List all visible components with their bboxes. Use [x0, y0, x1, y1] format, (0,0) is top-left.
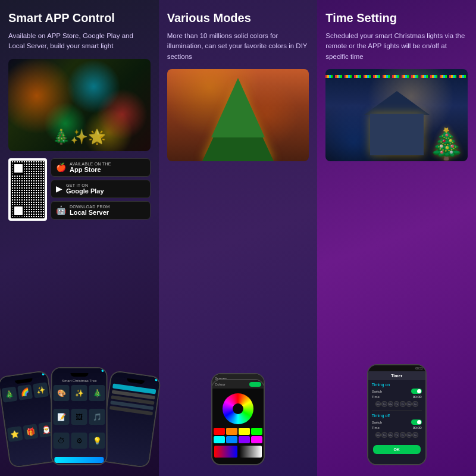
phone-main-grid: 🎨 ✨ 🎄 📝 🖼 🎵 ⏱ ⚙ 💡 [52, 384, 107, 456]
switch-toggle[interactable] [411, 389, 422, 394]
cell-2: 🌈 [17, 384, 33, 400]
house-body [370, 114, 424, 155]
phone-back-right [98, 370, 161, 468]
col3-image: 🎄 [325, 69, 468, 161]
days-row-off: Mo Tu We Th Fr Sa Su [372, 431, 422, 439]
col2-desc: More than 10 millions solid colors for i… [167, 31, 309, 62]
color-title: Colour [215, 383, 226, 386]
swatch-orange[interactable] [226, 428, 237, 435]
time-row: Time 00:00 [372, 395, 422, 399]
grid-cell-tree: 🎄 [89, 385, 105, 401]
day-sa[interactable]: Sa [406, 401, 412, 407]
day-th[interactable]: Th [394, 401, 399, 407]
cell-4: ⭐ [7, 426, 23, 442]
grid-cell-settings: ⚙ [71, 433, 87, 449]
android-icon: 🤖 [56, 205, 66, 215]
time-label: Time [372, 395, 380, 399]
timer-screen: 08:52 Timer Timing on Switch Time 00:00 [368, 365, 425, 464]
col2-phones: Scenes 🎄 🎁 🏡 🌴 🎅 🌟 🎆 🎊 🌙 [167, 364, 309, 465]
main-container: Smart APP Control Available on APP Store… [0, 0, 476, 476]
phone-grid: 🎄 🌈 ✨ ⭐ 🎁 🎅 [0, 381, 59, 467]
day-su-off[interactable]: Su [412, 432, 418, 438]
apple-icon: 🍎 [56, 162, 66, 172]
phone-color: Colour [211, 379, 265, 465]
tree-photo [167, 69, 309, 161]
tree-shape-top [211, 78, 265, 137]
color-swatches [212, 427, 264, 444]
store-badges-section: 🍎 Available on the App Store ▶ GET IT ON… [8, 158, 151, 221]
col2-title: Various Modes [167, 11, 309, 25]
cell-3: ✨ [33, 382, 49, 398]
day-we-off[interactable]: We [388, 432, 393, 438]
ok-button[interactable]: OK [373, 445, 421, 454]
swatch-magenta[interactable] [251, 436, 262, 443]
col2-image [167, 69, 309, 161]
gradient-bar-1 [214, 446, 237, 458]
side-tree: 🎄 [428, 127, 465, 161]
google-play-badge[interactable]: ▶ GET IT ON Google Play [51, 180, 151, 198]
timer-heading: Timer [368, 371, 425, 380]
timing-off-title: Timing off [372, 414, 422, 418]
app-store-badge[interactable]: 🍎 Available on the App Store [51, 158, 151, 177]
col3-phones: 08:52 Timer Timing on Switch Time 00:00 [325, 364, 468, 465]
clock-display: 08:52 [415, 367, 423, 370]
day-tu[interactable]: Tu [381, 401, 387, 407]
day-fr[interactable]: Fr [400, 401, 405, 407]
col3-desc: Scheduled your smart Christmas lights vi… [325, 31, 468, 62]
grid-cell-rhythm: 🎵 [89, 409, 105, 425]
col1-phones: 🎄 🌈 ✨ ⭐ 🎁 🎅 [8, 364, 151, 465]
timer-phone: 08:52 Timer Timing on Switch Time 00:00 [367, 364, 427, 465]
swatch-yellow[interactable] [239, 428, 250, 435]
status-indicator-2 [155, 378, 158, 381]
col1-image [8, 59, 151, 151]
timing-off-section: Timing off Switch Time 00:00 Mo Tu W [368, 411, 425, 441]
days-row-on: Mo Tu We Th Fr Sa Su [372, 400, 422, 408]
roof-lights [325, 75, 468, 78]
day-fr-off[interactable]: Fr [400, 432, 405, 438]
status-indicator [42, 373, 45, 376]
lights-photo [8, 59, 151, 151]
badges-list: 🍎 Available on the App Store ▶ GET IT ON… [51, 158, 151, 220]
time-label-off: Time [372, 426, 380, 430]
swatch-purple[interactable] [239, 436, 250, 443]
grid-cell-gallery: 🖼 [71, 409, 87, 425]
day-mo[interactable]: Mo [375, 401, 381, 407]
column-time-setting: Time Setting Scheduled your smart Christ… [317, 0, 476, 476]
swatch-red[interactable] [214, 428, 225, 435]
timing-on-title: Timing on [372, 383, 422, 387]
color-wheel [223, 393, 253, 424]
color-header: Colour [212, 380, 264, 389]
local-server-sub: Download from [70, 205, 110, 209]
swatch-cyan[interactable] [214, 436, 225, 443]
switch-label-off: Switch [372, 421, 383, 424]
google-play-sub: GET IT ON [66, 183, 104, 187]
phone-screen-back-left: 🎄 🌈 ✨ ⭐ 🎁 🎅 [0, 371, 59, 467]
color-toggle [249, 382, 261, 387]
qr-pattern [11, 161, 45, 218]
time-value-off: 00:00 [413, 426, 422, 430]
swatch-blue[interactable] [226, 436, 237, 443]
day-we[interactable]: We [388, 401, 393, 407]
cell-5: 🎁 [23, 424, 39, 440]
col1-desc: Available on APP Store, Google Play and … [8, 31, 151, 52]
phone-front: Smart Christmas Tree 🎨 ✨ 🎄 📝 🖼 🎵 ⏱ ⚙ 💡 [51, 367, 108, 465]
google-play-name: Google Play [66, 187, 104, 195]
day-th-off[interactable]: Th [394, 432, 399, 438]
gradient-bar-2 [239, 446, 262, 458]
house-photo: 🎄 [325, 69, 468, 161]
day-su[interactable]: Su [412, 401, 418, 407]
app-store-sub: Available on the [70, 162, 111, 166]
switch-row: Switch [372, 389, 422, 394]
timer-status-bar: 08:52 [368, 365, 425, 371]
local-server-badge[interactable]: 🤖 Download from Local Server [51, 201, 151, 220]
grid-cell-color: 🎨 [54, 385, 70, 401]
day-sa-off[interactable]: Sa [406, 432, 412, 438]
play-icon: ▶ [56, 184, 62, 193]
swatch-green[interactable] [251, 428, 262, 435]
timing-on-section: Timing on Switch Time 00:00 Mo Tu We [368, 380, 425, 411]
switch-toggle-off[interactable] [411, 419, 422, 425]
time-row-off: Time 00:00 [372, 426, 422, 430]
day-tu-off[interactable]: Tu [381, 432, 387, 438]
day-mo-off[interactable]: Mo [375, 432, 381, 438]
status-indicator-3 [102, 369, 104, 372]
